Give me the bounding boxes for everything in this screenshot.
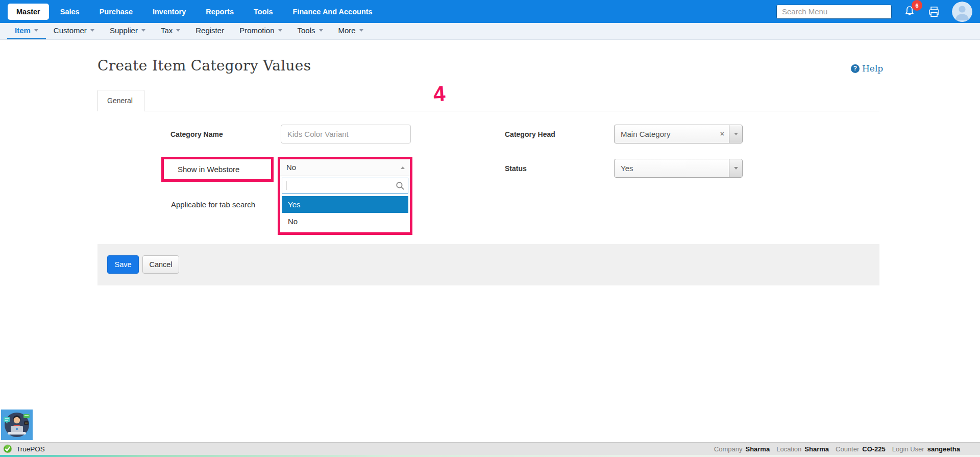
- nav-reports[interactable]: Reports: [206, 8, 234, 16]
- user-avatar[interactable]: [952, 2, 972, 22]
- notification-count-badge: 6: [912, 0, 922, 11]
- login-user-value: sangeetha: [927, 445, 960, 453]
- search-menu-input[interactable]: [776, 5, 892, 19]
- subnav-item-label: Customer: [54, 26, 87, 35]
- subnav-item-label: Tools: [298, 26, 315, 35]
- printer-icon: [927, 5, 941, 18]
- annotation-highlight-show-in-webstore: Show in Webstore: [161, 157, 274, 182]
- category-head-label: Category Head: [505, 130, 555, 138]
- app-identity: TruePOS: [3, 444, 45, 453]
- app-name: TruePOS: [16, 445, 45, 453]
- help-link[interactable]: ? Help: [851, 63, 883, 74]
- person-icon: [952, 2, 972, 22]
- counter-value: CO-225: [862, 445, 886, 453]
- login-user-info: Login User sangeetha: [892, 445, 960, 453]
- show-in-webstore-select[interactable]: No: [280, 159, 410, 176]
- subnav-item-label: Item: [15, 26, 31, 35]
- subnav-item-label: Tax: [161, 26, 173, 35]
- tab-strip-divider: [97, 111, 879, 111]
- save-button[interactable]: Save: [107, 255, 139, 274]
- status-select[interactable]: Yes: [614, 159, 743, 178]
- subnav-item-label: Register: [195, 26, 224, 35]
- counter-info: Counter CO-225: [836, 445, 886, 453]
- topbar-right-group: 6: [776, 2, 972, 22]
- subnav-item-register[interactable]: Register: [188, 23, 232, 39]
- company-value: Sharma: [745, 445, 770, 453]
- show-in-webstore-current-value: No: [280, 159, 410, 176]
- nav-purchase[interactable]: Purchase: [100, 8, 133, 16]
- dropdown-toggle-button[interactable]: [729, 125, 742, 143]
- dropdown-option-yes[interactable]: Yes: [282, 196, 408, 213]
- nav-master-active[interactable]: Master: [8, 4, 49, 20]
- help-label: Help: [862, 63, 883, 74]
- subnav-item-promotion[interactable]: Promotion: [232, 23, 289, 39]
- cancel-button[interactable]: Cancel: [142, 255, 179, 274]
- subnav-item-customer[interactable]: Customer: [46, 23, 102, 39]
- page-title: Create Item Category Values: [97, 57, 311, 74]
- login-user-label: Login User: [892, 445, 924, 453]
- chevron-up-icon: [401, 166, 405, 169]
- category-name-label: Category Name: [170, 130, 223, 138]
- dropdown-options-list: Yes No: [282, 196, 408, 230]
- support-chat-widget[interactable]: [1, 410, 33, 440]
- category-head-select[interactable]: Main Category ×: [614, 125, 743, 143]
- subnav-item-tax[interactable]: Tax: [153, 23, 188, 39]
- status-label: Status: [505, 164, 527, 173]
- subnav-item-tools[interactable]: Tools: [290, 23, 331, 39]
- chevron-down-icon: [734, 167, 738, 170]
- support-agent-illustration: [1, 410, 33, 440]
- subnav-item-label: Promotion: [239, 26, 274, 35]
- subnav-item-more[interactable]: More: [331, 23, 371, 39]
- tab-general[interactable]: General: [97, 90, 144, 111]
- applicable-for-tab-search-label: Applicable for tab search: [171, 200, 255, 209]
- chevron-down-icon: [734, 133, 738, 135]
- chevron-down-icon: [90, 29, 94, 32]
- nav-finance-and-accounts[interactable]: Finance And Accounts: [293, 8, 373, 16]
- annotation-step-number: 4: [432, 81, 446, 107]
- chevron-down-icon: [278, 29, 282, 32]
- chevron-down-icon: [319, 29, 323, 32]
- notifications-button[interactable]: 6: [903, 5, 916, 18]
- dropdown-search-box: [282, 178, 408, 194]
- location-label: Location: [776, 445, 801, 453]
- category-name-input[interactable]: [281, 125, 411, 143]
- dropdown-panel: Yes No: [280, 176, 410, 230]
- dropdown-toggle-button[interactable]: [729, 159, 742, 177]
- company-label: Company: [714, 445, 743, 453]
- dropdown-search-input[interactable]: [282, 178, 408, 193]
- session-info: Company Sharma Location Sharma Counter C…: [714, 445, 960, 453]
- show-in-webstore-label: Show in Webstore: [164, 159, 271, 179]
- show-in-webstore-dropdown-open: No Yes No: [278, 157, 412, 235]
- form-actions-bar: Save Cancel: [97, 244, 879, 285]
- text-cursor: [286, 181, 286, 190]
- application-window: Master Sales Purchase Inventory Reports …: [0, 0, 980, 457]
- status-bar: TruePOS Company Sharma Location Sharma C…: [0, 442, 980, 455]
- nav-sales[interactable]: Sales: [60, 8, 80, 16]
- chevron-down-icon: [34, 29, 38, 32]
- nav-tools[interactable]: Tools: [254, 8, 273, 16]
- search-icon: [396, 181, 405, 190]
- subnav-item-label: More: [338, 26, 356, 35]
- check-icon: [3, 444, 12, 453]
- module-navigation-bar: Item Customer Supplier Tax Register Prom…: [0, 23, 980, 40]
- chevron-down-icon: [359, 29, 363, 32]
- chevron-down-icon: [141, 29, 145, 32]
- location-value: Sharma: [804, 445, 829, 453]
- subnav-item-supplier[interactable]: Supplier: [102, 23, 153, 39]
- print-button[interactable]: [927, 5, 941, 18]
- counter-label: Counter: [836, 445, 859, 453]
- company-info: Company Sharma: [714, 445, 770, 453]
- subnav-item-item[interactable]: Item: [7, 23, 46, 39]
- dropdown-option-no[interactable]: No: [282, 213, 408, 230]
- status-value: Yes: [615, 159, 742, 177]
- clear-icon[interactable]: ×: [720, 125, 724, 143]
- location-info: Location Sharma: [776, 445, 829, 453]
- top-navigation-bar: Master Sales Purchase Inventory Reports …: [0, 0, 980, 23]
- help-icon: ?: [851, 64, 860, 73]
- subnav-item-label: Supplier: [110, 26, 138, 35]
- chevron-down-icon: [176, 29, 180, 32]
- bottom-edge-strip: [0, 455, 980, 457]
- nav-inventory[interactable]: Inventory: [153, 8, 186, 16]
